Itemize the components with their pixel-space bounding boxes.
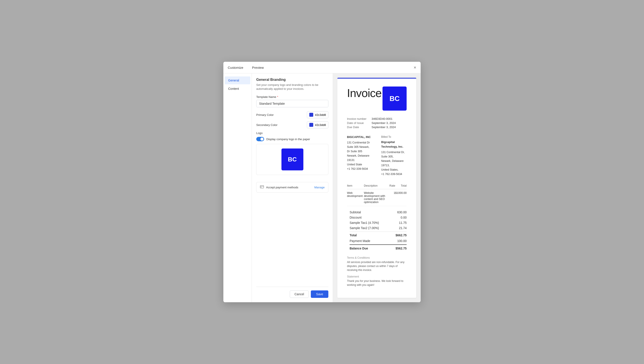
logo-preview: BC (256, 144, 328, 175)
modal: Customize Preview × General Content Gene… (223, 62, 421, 302)
modal-overlay: Customize Preview × General Content Gene… (0, 0, 644, 364)
invoice-number-value: 346D3D40-0001 (372, 117, 392, 120)
payment-line: Payment Made 100.00 (350, 238, 407, 244)
primary-color-label: Primary Color (256, 113, 273, 116)
row-total: $1000.00 (395, 189, 407, 206)
tax2-value: 21.74 (399, 226, 407, 230)
terms-section: Terms & Conditions All services provided… (347, 256, 407, 272)
tax2-line: Sample Tax2 (7.00%) 21.74 (350, 225, 407, 230)
to-address3: Newark, Delaware 19713, (381, 159, 407, 168)
terms-text: All services provided are non-refundable… (347, 260, 407, 272)
sidebar: General Content (223, 73, 252, 302)
cancel-button[interactable]: Cancel (290, 290, 309, 298)
col-rate: Rate (389, 182, 395, 189)
totals-section: Subtotal 630.00 Discount 0.00 Sample Tax… (347, 210, 407, 251)
secondary-color-picker[interactable]: #2c3dd8 (307, 121, 328, 128)
statement-section: Statement Thank you for your business. W… (347, 275, 407, 287)
total-line: Total $662.75 (350, 232, 407, 238)
table-row: Web development Website development with… (347, 189, 407, 206)
tax2-label: Sample Tax2 (7.00%) (350, 226, 379, 230)
totals-block: Subtotal 630.00 Discount 0.00 Sample Tax… (350, 210, 407, 251)
secondary-color-hex: #2c3dd8 (315, 123, 326, 126)
toggle-slider (256, 137, 264, 141)
invoice-card: Invoice BC Invoice number 346D3D40-0001 … (337, 78, 416, 298)
secondary-color-row: Secondary Color #2c3dd8 (256, 121, 328, 128)
invoice-date-label: Date of Issue (347, 121, 369, 124)
invoice-due-row: Due Date September 3, 2024 (347, 126, 407, 129)
tax1-line: Sample Tax1 (4.70%) 11.75 (350, 220, 407, 225)
logo-toggle[interactable] (256, 137, 264, 141)
invoice-footer: Terms & Conditions All services provided… (347, 256, 407, 287)
row-rate: 1 (389, 189, 395, 206)
credit-card-icon (260, 185, 264, 189)
primary-color-hex: #2c3dd8 (315, 113, 326, 116)
toggle-row: Display company logo in the paper (256, 137, 328, 141)
panel-description: Set your company logo and branding color… (256, 83, 328, 91)
to-country: United States, (381, 168, 407, 172)
toggle-label: Display company logo in the paper (266, 138, 310, 141)
to-address2: Suite 305, (381, 154, 407, 159)
invoice-meta: Invoice number 346D3D40-0001 Date of Iss… (347, 117, 407, 129)
tax1-value: 11.75 (399, 221, 407, 224)
billed-to-header: Billed To (381, 135, 407, 139)
payment-text: Accept payment methods (266, 186, 298, 189)
subtotal-label: Subtotal (350, 210, 361, 214)
discount-label: Discount (350, 216, 362, 219)
modal-header: Customize Preview × (223, 62, 421, 73)
col-total: Total (395, 182, 407, 189)
invoice-table: Item Description Rate Total Web developm… (347, 182, 407, 206)
invoice-date-value: September 3, 2024 (372, 121, 396, 124)
col-description: Description (364, 182, 390, 189)
template-name-label: Template Name * (256, 95, 328, 98)
invoice-number-label: Invoice number (347, 117, 369, 120)
primary-color-picker[interactable]: #2c3dd8 (307, 111, 328, 118)
balance-line: Balance Due $562.75 (350, 244, 407, 251)
secondary-color-label: Secondary Color (256, 123, 277, 126)
payment-left: Accept payment methods (260, 185, 298, 189)
to-name: Bigcapital Technology, Inc. (381, 140, 407, 149)
payment-made-value: 100.00 (397, 239, 407, 243)
from-name: BIGCAPITAL, INC (347, 135, 373, 140)
sidebar-item-general[interactable]: General (225, 76, 250, 84)
preview-panel: Invoice BC Invoice number 346D3D40-0001 … (333, 73, 421, 302)
invoice-title: Invoice (347, 86, 382, 100)
invoice-date-row: Date of Issue September 3, 2024 (347, 121, 407, 124)
template-name-group: Template Name * (256, 95, 328, 107)
tax1-label: Sample Tax1 (4.70%) (350, 221, 379, 224)
template-name-input[interactable] (256, 100, 328, 107)
sidebar-item-content[interactable]: Content (225, 85, 250, 93)
from-address3: Newark, Delaware 19131 (347, 154, 373, 162)
from-address2: Dr Suite 305 (347, 149, 373, 154)
from-address1: 131 Continental Dr Suite 305 Newark, (347, 140, 373, 149)
from-phone: +1 762-339-5634 (347, 167, 373, 171)
invoice-top: Invoice BC (347, 86, 407, 110)
statement-label: Statement (347, 275, 407, 278)
from-country: United State (347, 162, 373, 167)
close-button[interactable]: × (414, 65, 416, 70)
required-indicator: * (277, 95, 278, 98)
manage-link[interactable]: Manage (314, 186, 325, 189)
subtotal-value: 630.00 (397, 210, 407, 214)
balance-value: $562.75 (395, 246, 407, 250)
modal-body: General Content General Branding Set you… (223, 73, 421, 302)
total-label: Total (350, 234, 357, 237)
balance-label: Balance Due (350, 246, 368, 250)
from-party: BIGCAPITAL, INC 131 Continental Dr Suite… (347, 135, 373, 176)
statement-text: Thank you for your business. We look for… (347, 279, 407, 287)
customize-panel: General Branding Set your company logo a… (252, 73, 333, 302)
svg-rect-2 (261, 187, 261, 188)
invoice-logo: BC (383, 86, 407, 110)
col-item: Item (347, 182, 364, 189)
to-address1: 131 Continental Dr, (381, 150, 407, 154)
invoice-due-value: September 3, 2024 (372, 126, 396, 129)
to-phone: +1 762-339-5634 (381, 172, 407, 176)
secondary-color-swatch (309, 123, 313, 127)
svg-rect-0 (260, 186, 264, 188)
logo-label: Logo (256, 132, 328, 135)
panel-actions: Cancel Save (256, 287, 328, 298)
logo-section: Logo Display company logo in the paper B… (256, 132, 328, 178)
logo-initials: BC (281, 148, 303, 170)
primary-color-row: Primary Color #2c3dd8 (256, 111, 328, 118)
row-desc: Website development with content and SEO… (364, 189, 390, 206)
save-button[interactable]: Save (311, 290, 328, 298)
